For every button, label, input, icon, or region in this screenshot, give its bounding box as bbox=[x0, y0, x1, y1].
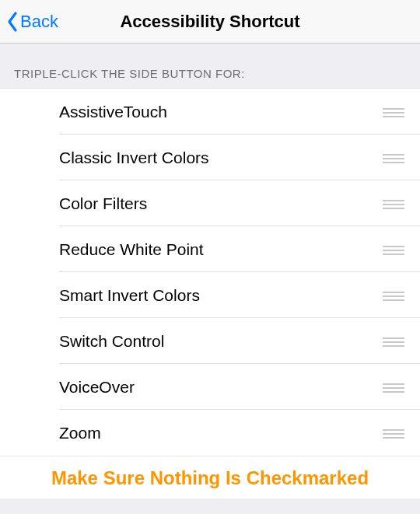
list-item[interactable]: AssistiveTouch bbox=[0, 89, 420, 135]
list-item[interactable]: Color Filters bbox=[0, 180, 420, 226]
list-item-label: AssistiveTouch bbox=[59, 103, 383, 121]
list-item[interactable]: Zoom bbox=[0, 410, 420, 456]
list-item-label: Zoom bbox=[59, 424, 383, 442]
drag-handle-icon[interactable] bbox=[383, 336, 404, 347]
drag-handle-icon[interactable] bbox=[383, 152, 404, 163]
page-title: Accessibility Shortcut bbox=[120, 12, 299, 32]
back-button[interactable]: Back bbox=[0, 11, 58, 33]
list-item-label: Smart Invert Colors bbox=[59, 286, 383, 305]
drag-handle-icon[interactable] bbox=[383, 107, 404, 117]
list-item-label: Classic Invert Colors bbox=[59, 149, 383, 167]
drag-handle-icon[interactable] bbox=[383, 382, 404, 393]
footer-gap bbox=[0, 498, 420, 514]
drag-handle-icon[interactable] bbox=[383, 428, 404, 439]
list-item-label: Color Filters bbox=[59, 194, 383, 213]
list-item[interactable]: Classic Invert Colors bbox=[0, 135, 420, 180]
drag-handle-icon[interactable] bbox=[383, 198, 404, 209]
list-item-label: VoiceOver bbox=[59, 378, 383, 397]
list-item-label: Switch Control bbox=[59, 332, 383, 351]
chevron-left-icon bbox=[6, 11, 19, 33]
list-item[interactable]: Smart Invert Colors bbox=[0, 272, 420, 318]
list-item[interactable]: Reduce White Point bbox=[0, 226, 420, 272]
list-item[interactable]: VoiceOver bbox=[0, 364, 420, 410]
back-label: Back bbox=[20, 12, 58, 32]
nav-bar: Back Accessibility Shortcut bbox=[0, 0, 420, 44]
drag-handle-icon[interactable] bbox=[383, 290, 404, 301]
annotation-banner: Make Sure Nothing Is Checkmarked bbox=[0, 456, 420, 498]
drag-handle-icon[interactable] bbox=[383, 244, 404, 255]
list-item[interactable]: Switch Control bbox=[0, 318, 420, 364]
section-header: TRIPLE-CLICK THE SIDE BUTTON FOR: bbox=[0, 44, 420, 88]
list-item-label: Reduce White Point bbox=[59, 240, 383, 259]
shortcut-list: AssistiveTouch Classic Invert Colors Col… bbox=[0, 88, 420, 456]
